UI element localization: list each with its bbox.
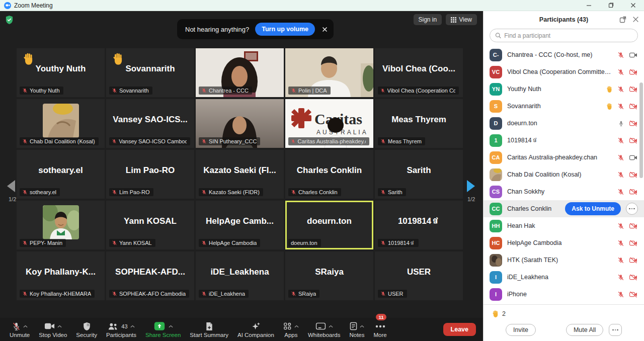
panel-more-button[interactable] (609, 324, 622, 336)
video-tile[interactable]: Sarith Sarith (375, 150, 463, 199)
participant-row[interactable]: Chab Dai Coalition (Kosal) (484, 166, 644, 183)
notes-button[interactable]: Notes (345, 318, 369, 341)
video-tile[interactable]: SRaiya SRaiya (285, 251, 373, 300)
avatar: HC (490, 237, 502, 249)
mic-muted-icon (617, 257, 624, 264)
close-panel-icon[interactable] (632, 16, 639, 23)
participant-row[interactable]: CA Caritas Australia-pheakdey.chan (484, 149, 644, 166)
video-tile[interactable]: Yann KOSAL Yann KOSAL (106, 201, 194, 249)
search-input[interactable] (504, 32, 632, 39)
chevron-up-icon[interactable] (360, 325, 364, 328)
tile-label: Vansey SAO-ICSO Cambodia (119, 138, 187, 144)
apps-button[interactable]: Apps (279, 318, 303, 341)
participant-row[interactable]: HC HelpAge Cambodia (484, 234, 644, 251)
participant-row[interactable]: S Sovannarith (484, 98, 644, 115)
ask-to-unmute-button[interactable]: Ask to Unmute (565, 202, 621, 215)
more-button[interactable]: 11 More (369, 318, 391, 341)
participant-row[interactable]: C- Chantrea - CCC (Co-host, me) (484, 46, 644, 63)
video-tile[interactable]: Vibol Chea (Coo... Vibol Chea (Cooperati… (375, 48, 463, 97)
participant-list: C- Chantrea - CCC (Co-host, me) VC Vibol… (484, 46, 644, 303)
video-tile[interactable]: iDE_Leakhena iDE_Leakhena (196, 251, 284, 300)
panel-scrollbar[interactable] (639, 82, 643, 178)
mic-muted-icon (617, 291, 624, 298)
participant-row[interactable]: 1 1019814ថ (484, 132, 644, 149)
tile-label: Sovannarith (119, 88, 149, 94)
video-tile[interactable]: Meas Thyrem Meas Thyrem (375, 99, 463, 148)
chevron-up-icon[interactable] (169, 325, 173, 328)
participants-button[interactable]: 43 Participants (102, 318, 141, 341)
security-shield-icon[interactable] (5, 15, 14, 27)
next-page-arrow[interactable] (467, 180, 475, 192)
participant-row-hovered[interactable]: CC Charles Conklin Ask to Unmute (484, 200, 644, 217)
tile-name: Sovannarith (106, 64, 194, 74)
chevron-up-icon[interactable] (294, 325, 299, 328)
security-button[interactable]: Security (71, 318, 102, 341)
chevron-up-icon[interactable] (329, 325, 333, 328)
video-tile[interactable]: Lim Pao-RO Lim Pao-RO (106, 150, 194, 199)
video-tile[interactable]: Koy Phallany-K... Koy Phallany-KHEMARA (17, 251, 105, 300)
participant-row[interactable]: HTK (Sarath TEK) (484, 251, 644, 269)
video-tile[interactable]: Chantrea - CCC (196, 48, 284, 97)
video-tile[interactable]: sotheary.el sotheary.el (17, 150, 105, 199)
video-tile[interactable]: PEPY- Manin (17, 201, 105, 249)
video-tile[interactable]: 1019814ថ 1019814ថ (375, 201, 463, 249)
participant-row[interactable]: VC Vibol Chea (Cooperation Committee f..… (484, 63, 644, 80)
muted-mic-icon (291, 189, 296, 195)
participant-row[interactable]: I iDE_Leakhena (484, 269, 644, 286)
video-tile[interactable]: SIN Putheary_CCC (196, 99, 284, 148)
video-tile[interactable]: Charles Conklin Charles Conklin (285, 150, 373, 199)
muted-mic-icon (380, 240, 386, 246)
participant-row[interactable]: D doeurn.ton (484, 115, 644, 132)
avatar: C- (490, 49, 502, 61)
video-tile[interactable]: SOPHEAK-AFD... SOPHEAK-AFD Cambodia (106, 251, 194, 300)
previous-page-arrow[interactable] (7, 180, 15, 192)
camera-off-icon (629, 103, 638, 110)
stop-video-button[interactable]: Stop Video (34, 318, 71, 341)
chevron-up-icon[interactable] (57, 325, 62, 328)
video-tile[interactable]: Chab Dai Coalition (Kosal) (17, 99, 105, 148)
leave-button[interactable]: Leave (443, 323, 476, 336)
participant-search[interactable] (490, 29, 638, 42)
view-button[interactable]: View (446, 14, 477, 25)
participant-row[interactable]: I iPhone (484, 286, 644, 303)
participant-row[interactable]: YN Youthy Nuth (484, 80, 644, 98)
participant-name: Chan Sokkhy (507, 188, 612, 195)
start-summary-button[interactable]: Start Summary (185, 318, 233, 341)
chevron-up-icon[interactable] (23, 325, 28, 328)
video-tile[interactable]: Youthy Nuth Youthy Nuth (17, 48, 105, 97)
participant-more-button[interactable] (626, 203, 638, 215)
video-tile[interactable]: Polin | DCA (285, 48, 373, 97)
muted-mic-icon (22, 291, 28, 297)
video-tile-active-speaker[interactable]: doeurn.ton doeurn.ton (285, 201, 373, 249)
video-tile[interactable]: Vansey SAO-ICS... Vansey SAO-ICSO Cambod… (106, 99, 194, 148)
chevron-up-icon[interactable] (130, 325, 135, 328)
share-screen-button[interactable]: Share Screen (141, 318, 185, 341)
mute-all-button[interactable]: Mute All (566, 324, 603, 336)
video-tile[interactable]: CaritasAUSTRALIA Caritas Australia-pheak… (285, 99, 373, 148)
whiteboards-button[interactable]: Whiteboards (303, 318, 345, 341)
camera-icon (44, 322, 55, 330)
video-tile[interactable]: HelpAge Camb... HelpAge Cambodia (196, 201, 284, 249)
invite-button[interactable]: Invite (506, 324, 536, 336)
toast-close-icon[interactable] (322, 27, 328, 32)
minimize-button[interactable] (578, 0, 600, 11)
turn-up-volume-button[interactable]: Turn up volume (255, 23, 315, 36)
video-tile[interactable]: USER USER (375, 251, 463, 300)
participant-row[interactable]: HH Hean Hak (484, 217, 644, 234)
video-tile[interactable]: Kazato Saeki (FI... Kazato Saeki (FIDR) (196, 150, 284, 199)
unmute-button[interactable]: Unmute (5, 318, 34, 341)
participant-row[interactable]: CS Chan Sokkhy (484, 183, 644, 200)
muted-mic-icon (201, 88, 207, 94)
participant-name: HelpAge Cambodia (507, 239, 612, 246)
popout-icon[interactable] (619, 16, 626, 23)
video-tile[interactable]: Sovannarith Sovannarith (106, 48, 194, 97)
sign-in-button[interactable]: Sign in (414, 14, 442, 25)
ai-companion-button[interactable]: AI Companion (233, 318, 279, 341)
tile-name: HelpAge Camb... (196, 216, 284, 226)
window-titlebar: Zoom Meeting (0, 0, 644, 11)
muted-mic-icon (201, 189, 207, 195)
notes-icon (350, 322, 357, 330)
close-window-button[interactable] (622, 0, 644, 11)
maximize-button[interactable] (600, 0, 622, 11)
tile-label: Chab Dai Coalition (Kosal) (30, 138, 95, 144)
